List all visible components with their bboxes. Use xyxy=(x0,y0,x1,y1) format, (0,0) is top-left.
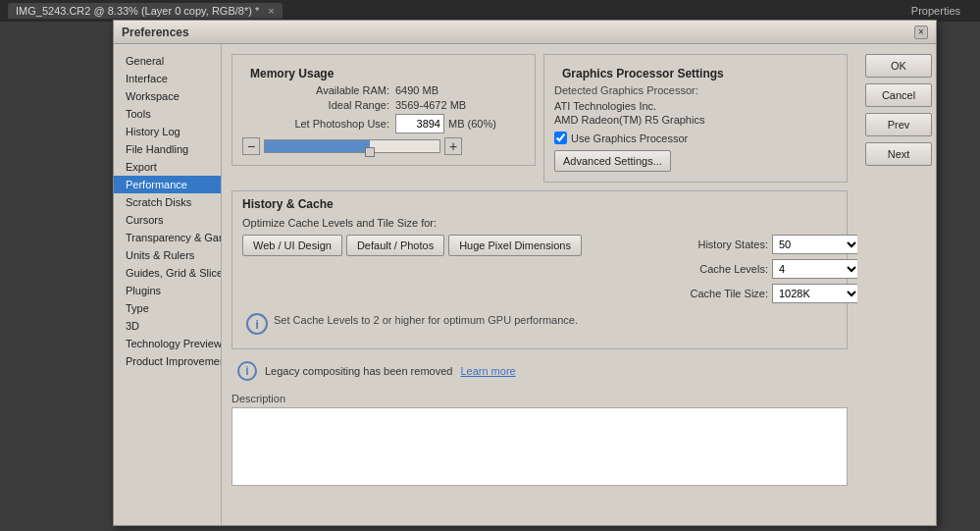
slider-thumb xyxy=(365,147,375,157)
use-gpu-row: Use Graphics Processor xyxy=(554,132,837,144)
legacy-info-icon: i xyxy=(237,361,257,381)
history-states-label: History States: xyxy=(641,239,768,250)
description-area: Description xyxy=(232,393,848,486)
detected-gpu-label: Detected Graphics Processor: xyxy=(554,84,837,96)
cache-tile-label: Cache Tile Size: xyxy=(641,288,768,299)
legacy-notice: i Legacy compositing has been removed Le… xyxy=(232,357,848,385)
sidebar-item-performance[interactable]: Performance xyxy=(114,176,221,193)
sidebar-item-3d[interactable]: 3D xyxy=(114,317,221,335)
preferences-dialog: Preferences × General Interface Workspac… xyxy=(113,20,937,526)
ok-button[interactable]: OK xyxy=(865,54,932,78)
memory-grid: Available RAM: 6490 MB Ideal Range: 3569… xyxy=(242,84,525,133)
top-row: Memory Usage Available RAM: 6490 MB Idea… xyxy=(232,54,848,183)
prev-button[interactable]: Prev xyxy=(865,113,932,136)
ideal-range-value: 3569-4672 MB xyxy=(395,99,525,111)
dialog-title: Preferences xyxy=(122,26,189,39)
advanced-settings-button[interactable]: Advanced Settings... xyxy=(554,150,671,172)
cache-levels-select[interactable]: 4 1 2 8 xyxy=(772,259,857,279)
gpu-performance-info: i Set Cache Levels to 2 or higher for op… xyxy=(242,309,837,339)
memory-usage-panel: Memory Usage Available RAM: 6490 MB Idea… xyxy=(232,54,536,183)
memory-slider-row: − + xyxy=(242,137,525,155)
sidebar-item-file-handling[interactable]: File Handling xyxy=(114,140,221,158)
ps-tab[interactable]: IMG_5243.CR2 @ 8.33% (Layer 0 copy, RGB/… xyxy=(8,3,283,19)
legacy-text: Legacy compositing has been removed xyxy=(265,365,452,377)
memory-section-title: Memory Usage xyxy=(242,61,525,84)
sidebar-item-guides-grid[interactable]: Guides, Grid & Slices xyxy=(114,264,221,282)
learn-more-link[interactable]: Learn more xyxy=(460,365,515,377)
slider-fill xyxy=(265,140,370,152)
gpu-section-title: Graphics Processor Settings xyxy=(554,61,837,84)
available-ram-value: 6490 MB xyxy=(395,84,525,96)
memory-slider[interactable] xyxy=(264,139,440,153)
sidebar-item-tech-previews[interactable]: Technology Previews xyxy=(114,335,221,352)
properties-panel-label: Properties xyxy=(911,5,960,17)
sidebar-item-history-log[interactable]: History Log xyxy=(114,123,221,140)
slider-rest xyxy=(370,140,439,152)
dialog-close-button[interactable]: × xyxy=(914,26,928,39)
available-ram-label: Available RAM: xyxy=(242,84,389,96)
sidebar-item-type[interactable]: Type xyxy=(114,299,221,317)
sidebar-item-plugins[interactable]: Plugins xyxy=(114,282,221,299)
cache-tile-select[interactable]: 1028K 128K 256K 512K 2048K xyxy=(772,284,857,303)
let-use-unit: MB (60%) xyxy=(448,118,496,130)
cache-preset-buttons: Web / UI Design Default / Photos Huge Pi… xyxy=(242,235,633,256)
dialog-buttons: OK Cancel Prev Next xyxy=(857,44,936,525)
sidebar-item-cursors[interactable]: Cursors xyxy=(114,211,221,229)
memory-decrease-button[interactable]: − xyxy=(242,137,260,155)
use-gpu-checkbox[interactable] xyxy=(554,132,567,144)
let-use-label: Let Photoshop Use: xyxy=(242,118,389,130)
dialog-body: General Interface Workspace Tools Histor… xyxy=(114,44,936,525)
main-content-area: Memory Usage Available RAM: 6490 MB Idea… xyxy=(222,44,857,525)
sidebar-item-scratch-disks[interactable]: Scratch Disks xyxy=(114,193,221,211)
sidebar-item-units-rulers[interactable]: Units & Rulers xyxy=(114,246,221,264)
gpu-name-line2: AMD Radeon(TM) R5 Graphics xyxy=(554,114,837,126)
info-icon: i xyxy=(246,313,268,335)
sidebar-item-product-improvement[interactable]: Product Improvement xyxy=(114,352,221,370)
description-box xyxy=(232,407,848,486)
next-button[interactable]: Next xyxy=(865,142,932,166)
history-states-select[interactable]: 50 10 20 100 200 xyxy=(772,235,857,254)
ideal-range-label: Ideal Range: xyxy=(242,99,389,111)
gpu-settings-panel: Graphics Processor Settings Detected Gra… xyxy=(543,54,848,183)
sidebar-item-export[interactable]: Export xyxy=(114,158,221,176)
let-use-controls: MB (60%) xyxy=(395,114,525,133)
sidebar: General Interface Workspace Tools Histor… xyxy=(114,44,222,525)
sidebar-item-transparency[interactable]: Transparency & Gamut xyxy=(114,229,221,246)
optimize-label: Optimize Cache Levels and Tile Size for: xyxy=(242,217,837,229)
use-gpu-label: Use Graphics Processor xyxy=(571,133,688,144)
history-cache-title: History & Cache xyxy=(242,197,837,211)
ps-titlebar: IMG_5243.CR2 @ 8.33% (Layer 0 copy, RGB/… xyxy=(0,0,980,22)
cache-settings-area: History States: 50 10 20 100 200 Cache L… xyxy=(641,235,837,303)
history-cache-content: Web / UI Design Default / Photos Huge Pi… xyxy=(242,235,837,303)
web-ui-design-button[interactable]: Web / UI Design xyxy=(242,235,342,256)
advanced-settings-row: Advanced Settings... xyxy=(554,150,837,172)
memory-increase-button[interactable]: + xyxy=(444,137,462,155)
sidebar-item-interface[interactable]: Interface xyxy=(114,70,221,87)
huge-pixel-button[interactable]: Huge Pixel Dimensions xyxy=(448,235,582,256)
default-photos-button[interactable]: Default / Photos xyxy=(346,235,444,256)
let-use-input[interactable] xyxy=(395,114,444,133)
sidebar-item-workspace[interactable]: Workspace xyxy=(114,87,221,105)
cancel-button[interactable]: Cancel xyxy=(865,83,932,107)
cache-levels-label: Cache Levels: xyxy=(641,263,768,275)
description-label: Description xyxy=(232,393,848,404)
ps-tab-label: IMG_5243.CR2 @ 8.33% (Layer 0 copy, RGB/… xyxy=(16,5,259,17)
sidebar-item-general[interactable]: General xyxy=(114,52,221,70)
sidebar-item-tools[interactable]: Tools xyxy=(114,105,221,123)
cache-buttons-area: Web / UI Design Default / Photos Huge Pi… xyxy=(242,235,633,303)
history-cache-panel: History & Cache Optimize Cache Levels an… xyxy=(232,190,848,349)
dialog-titlebar: Preferences × xyxy=(114,21,936,44)
cache-settings-grid: History States: 50 10 20 100 200 Cache L… xyxy=(641,235,837,303)
ps-tab-close-icon[interactable]: × xyxy=(268,5,274,17)
gpu-info-text: Set Cache Levels to 2 or higher for opti… xyxy=(274,313,578,328)
gpu-name-line1: ATI Technologies Inc. xyxy=(554,100,837,112)
